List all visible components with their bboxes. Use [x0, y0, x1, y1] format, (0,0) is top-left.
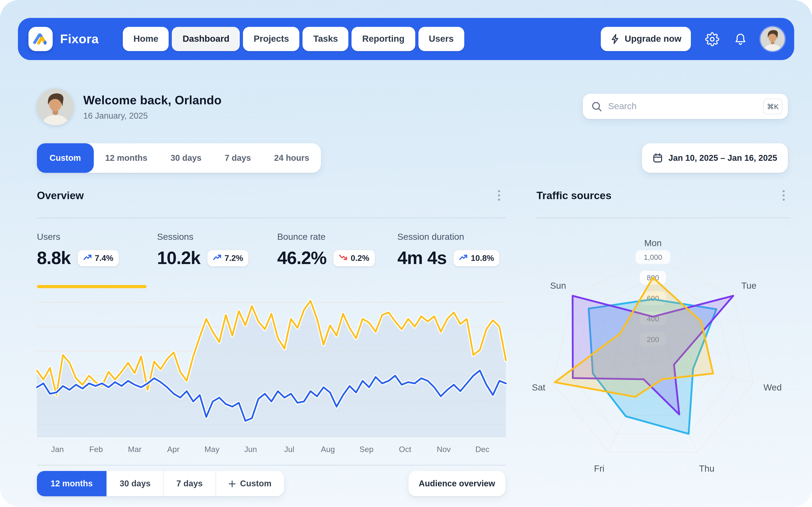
trend-up-icon [83, 253, 92, 263]
calendar-icon [653, 153, 663, 163]
month-label: Dec [475, 445, 489, 454]
plus-icon [228, 480, 235, 487]
brand-name: Fixora [60, 32, 99, 46]
active-stat-indicator [37, 285, 147, 288]
stat-users: Users 8.8k 7.4% [37, 232, 157, 268]
month-label: Sep [360, 445, 374, 454]
navbar-right: Upgrade now [601, 27, 785, 51]
stat-delta-badge: 7.2% [207, 249, 249, 266]
search-input[interactable] [608, 101, 763, 112]
stat-label: Session duration [397, 232, 500, 242]
audience-overview-button[interactable]: Audience overview [409, 471, 505, 496]
stat-bounce-rate: Bounce rate 46.2% 0.2% [277, 232, 397, 268]
traffic-radar-chart: 2004006008001,000MonTueWedThuFriSatSun [527, 227, 801, 501]
notifications-button[interactable] [734, 32, 747, 46]
footer-tab-12-months[interactable]: 12 months [37, 471, 106, 496]
stat-session-duration: Session duration 4m 4s 10.8% [397, 232, 500, 268]
range-tabs: Custom 12 months 30 days 7 days 24 hours [37, 143, 321, 173]
radar-tick-label: 1,000 [644, 253, 662, 261]
range-tab-12-months[interactable]: 12 months [94, 143, 159, 173]
settings-button[interactable] [705, 32, 719, 46]
upgrade-now-button[interactable]: Upgrade now [601, 27, 691, 51]
search-shortcut-badge: ⌘K [763, 99, 783, 114]
overview-menu-button[interactable] [493, 188, 505, 202]
month-label: Jul [284, 445, 294, 454]
search-icon [591, 101, 602, 112]
range-tab-custom[interactable]: Custom [37, 143, 94, 173]
radar-axis-label: Thu [699, 464, 714, 473]
stat-value: 8.8k [37, 247, 70, 268]
stat-label: Users [37, 232, 157, 242]
welcome-section: Welcome back, Orlando 16 January, 2025 [37, 89, 222, 125]
footer-tab-custom[interactable]: Custom [215, 471, 284, 496]
stat-label: Bounce rate [277, 232, 397, 242]
nav-item-users[interactable]: Users [418, 27, 464, 51]
welcome-avatar [37, 89, 74, 125]
welcome-texts: Welcome back, Orlando 16 January, 2025 [83, 93, 222, 121]
nav-item-home[interactable]: Home [123, 27, 169, 51]
search-box: ⌘K [583, 94, 788, 119]
stat-value: 10.2k [157, 247, 200, 268]
stat-value: 4m 4s [397, 247, 447, 268]
stat-label: Sessions [157, 232, 277, 242]
stage: Fixora Home Dashboard Projects Tasks Rep… [0, 0, 812, 507]
kebab-icon [498, 190, 500, 192]
footer-tab-30-days[interactable]: 30 days [106, 471, 163, 496]
month-label: Nov [437, 445, 451, 454]
stat-delta-badge: 0.2% [333, 249, 375, 266]
range-tab-30-days[interactable]: 30 days [159, 143, 213, 173]
month-label: Apr [167, 445, 179, 454]
kebab-icon [783, 190, 785, 192]
overview-divider [37, 218, 506, 218]
bolt-icon [610, 34, 620, 44]
nav-item-tasks[interactable]: Tasks [303, 27, 348, 51]
nav-item-dashboard[interactable]: Dashboard [172, 27, 240, 51]
month-label: May [205, 445, 219, 454]
radar-axis-label: Tue [741, 281, 757, 291]
nav-item-projects[interactable]: Projects [243, 27, 300, 51]
upgrade-now-label: Upgrade now [625, 34, 681, 44]
trend-down-icon [339, 253, 347, 263]
range-tab-24-hours[interactable]: 24 hours [262, 143, 321, 173]
bell-icon [734, 32, 747, 46]
main-nav: Home Dashboard Projects Tasks Reporting … [123, 27, 464, 51]
month-label: Jun [244, 445, 257, 454]
radar-axis-label: Fri [594, 464, 605, 473]
fixora-logo-icon [31, 30, 50, 49]
nav-item-reporting[interactable]: Reporting [351, 27, 415, 51]
overview-stats: Users 8.8k 7.4% Sessions 10.2k 7.2% Boun… [37, 232, 507, 268]
welcome-date: 16 January, 2025 [83, 111, 222, 121]
month-label: Jan [51, 445, 64, 454]
stat-value: 46.2% [277, 247, 327, 268]
trend-up-icon [213, 253, 221, 263]
traffic-divider [537, 218, 791, 218]
overview-footer-tabs: 12 months 30 days 7 days Custom [37, 471, 284, 496]
month-label: Aug [321, 445, 335, 454]
fixora-logo[interactable] [29, 27, 53, 51]
stat-delta-badge: 7.4% [77, 249, 119, 266]
footer-tab-7-days[interactable]: 7 days [163, 471, 215, 496]
radar-axis-label: Sun [550, 281, 566, 291]
overview-title: Overview [37, 190, 84, 202]
trend-up-icon [459, 253, 468, 263]
radar-axis-label: Wed [763, 383, 782, 392]
month-label: Feb [89, 445, 103, 454]
radar-axis-label: Mon [644, 238, 662, 248]
gear-icon [705, 32, 719, 46]
user-avatar-image [761, 27, 785, 51]
stat-delta-badge: 10.8% [453, 249, 500, 266]
app-window: Fixora Home Dashboard Projects Tasks Rep… [0, 0, 812, 507]
radar-axis-label: Sat [532, 383, 545, 392]
welcome-title: Welcome back, Orlando [83, 93, 222, 108]
range-tab-7-days[interactable]: 7 days [213, 143, 263, 173]
user-avatar[interactable] [761, 27, 785, 51]
month-label: Oct [399, 445, 412, 454]
date-range-label: Jan 10, 2025 – Jan 16, 2025 [668, 153, 777, 163]
traffic-sources-title: Traffic sources [537, 190, 611, 202]
date-range-button[interactable]: Jan 10, 2025 – Jan 16, 2025 [642, 143, 788, 173]
traffic-menu-button[interactable] [778, 188, 790, 202]
month-label: Mar [128, 445, 142, 454]
navbar: Fixora Home Dashboard Projects Tasks Rep… [18, 18, 794, 60]
stat-sessions: Sessions 10.2k 7.2% [157, 232, 277, 268]
overview-line-chart: JanFebMarAprMayJunJulAugSepOctNovDec [32, 293, 511, 472]
